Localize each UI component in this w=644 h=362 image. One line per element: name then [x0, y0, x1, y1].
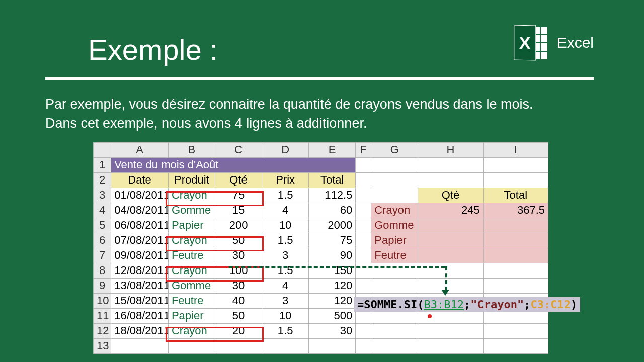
slide-title: Exemple : — [88, 33, 218, 66]
column-headers[interactable]: A B C D E F G H I — [94, 142, 548, 157]
row-3: 301/08/2011Crayon751.5112.5QtéTotal — [94, 188, 548, 203]
divider — [45, 77, 594, 80]
excel-logo: X Excel — [514, 25, 594, 60]
row-13: 13 — [94, 338, 548, 353]
laser-pointer-icon — [428, 314, 432, 318]
formula-display: =SOMME.SI(B3:B12;"Crayon";C3:C12) — [354, 297, 580, 312]
row-12: 1218/08/2011Crayon201.530 — [94, 323, 548, 338]
summary-gomme[interactable]: Gomme — [371, 218, 418, 233]
excel-icon: X — [514, 25, 548, 60]
excel-label: Excel — [557, 34, 594, 51]
summary-papier[interactable]: Papier — [371, 233, 418, 248]
row-8: 812/08/2011Crayon1001.5150 — [94, 263, 548, 278]
body-text: Par exemple, vous désirez connaitre la q… — [45, 95, 594, 133]
spreadsheet: A B C D E F G H I 1Vente du mois d'Août2… — [93, 142, 548, 354]
row-9: 913/08/2011Gomme304120 — [94, 278, 548, 293]
row-5: 506/08/2011Papier200102000Gomme — [94, 218, 548, 233]
row-6: 607/08/2011Crayon501.575Papier — [94, 233, 548, 248]
arrow-head-icon — [441, 290, 449, 296]
row-2: 2DateProduitQtéPrixTotal — [94, 172, 548, 188]
row-7: 709/08/2011Feutre30390Feutre — [94, 248, 548, 263]
summary-crayon[interactable]: Crayon — [371, 203, 418, 218]
summary-feutre[interactable]: Feutre — [371, 248, 418, 263]
row-4: 404/08/2011Gomme15460Crayon245367.5 — [94, 203, 548, 218]
table-title[interactable]: Vente du mois d'Août — [111, 157, 356, 172]
row-1: 1Vente du mois d'Août — [94, 157, 548, 172]
